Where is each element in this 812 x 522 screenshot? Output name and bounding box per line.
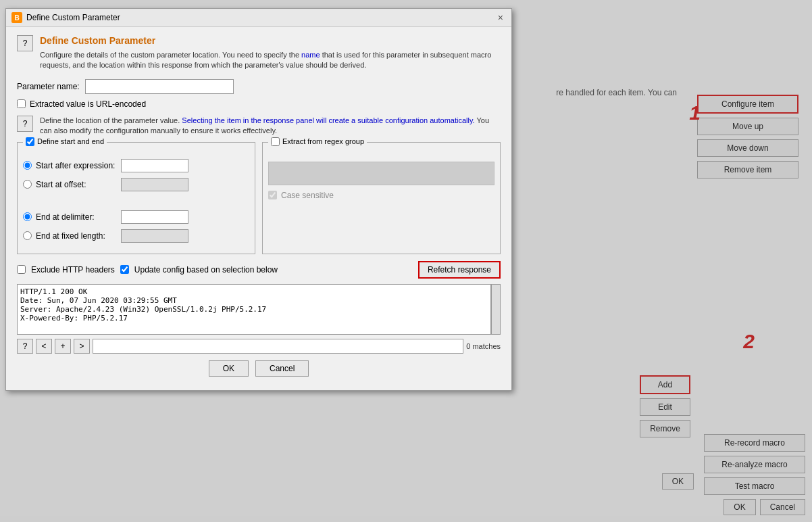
extract-regex-panel: Extract from regex group Case sensitive [262,142,501,254]
end-at-fixed-radio[interactable] [23,231,32,240]
param-name-input[interactable] [85,79,234,94]
case-sensitive-row: Case sensitive [268,191,494,200]
define-start-end-panel: Define start and end Start after express… [17,142,255,254]
url-encoded-label: Extracted value is URL-encoded [30,99,146,109]
start-at-offset-label: Start at offset: [36,180,117,189]
start-at-offset-radio[interactable] [23,180,32,189]
case-sensitive-label: Case sensitive [281,191,334,200]
dialog-cancel-button[interactable]: Cancel [255,360,309,377]
header-content: Define Custom Parameter Configure the de… [40,35,501,71]
dialog-description: Configure the details of the custom para… [40,50,501,71]
location-section: ? Define the location of the parameter v… [17,116,501,137]
response-text-area: HTTP/1.1 200 OK Date: Sun, 07 Jun 2020 0… [17,284,491,335]
define-custom-parameter-dialog: B Define Custom Parameter × ? Define Cus… [5,8,512,391]
end-at-fixed-label: End at fixed length: [36,231,117,241]
dialog-footer: OK Cancel [17,354,501,382]
toolbar-question-button[interactable]: ? [17,339,33,354]
location-highlight: Selecting the item in the response panel… [182,116,474,124]
response-line-4: X-Powered-By: PHP/5.2.17 [20,314,488,323]
start-after-input[interactable] [121,159,188,172]
start-after-label: Start after expression: [36,161,117,170]
start-at-offset-input[interactable] [121,178,188,191]
update-config-label: Update config based on selection below [134,265,278,275]
description-highlight: name [301,51,320,59]
url-encoded-row: Extracted value is URL-encoded [17,99,501,109]
end-at-delimiter-row: End at delimiter: [23,210,249,224]
bottom-toolbar: ? < + > 0 matches [17,339,501,354]
extract-regex-legend: Extract from regex group [268,137,367,146]
end-at-delimiter-radio[interactable] [23,212,32,221]
toolbar-next-button[interactable]: > [74,339,90,354]
header-help-button[interactable]: ? [17,35,33,51]
start-after-radio[interactable] [23,161,32,170]
define-start-end-legend: Define start and end [23,137,107,146]
dialog-icon-label: B [14,14,19,22]
end-at-fixed-row: End at fixed length: [23,229,249,243]
dialog-close-button[interactable]: × [495,12,506,23]
bottom-controls: Exclude HTTP headers Update config based… [17,261,501,279]
extract-regex-checkbox[interactable] [271,137,280,146]
exclude-http-checkbox[interactable] [17,265,26,274]
start-after-row: Start after expression: [23,159,249,172]
dialog-body: ? Define Custom Parameter Configure the … [6,27,511,390]
dialog-title-text: Define Custom Parameter [26,13,120,22]
define-start-end-label: Define start and end [37,137,104,145]
response-line-1: HTTP/1.1 200 OK [20,287,488,296]
response-line-3: Server: Apache/2.4.23 (Win32) OpenSSL/1.… [20,305,488,314]
end-at-delimiter-label: End at delimiter: [36,212,117,222]
parameter-name-row: Parameter name: [17,79,501,94]
config-panels: Define start and end Start after express… [17,142,501,254]
response-line-2: Date: Sun, 07 Jun 2020 03:29:55 GMT [20,296,488,305]
start-at-offset-row: Start at offset: [23,178,249,191]
update-config-checkbox[interactable] [120,265,129,274]
end-at-fixed-input[interactable] [121,229,188,243]
response-wrapper: HTTP/1.1 200 OK Date: Sun, 07 Jun 2020 0… [17,284,501,335]
extract-regex-label: Extract from regex group [282,137,364,145]
exclude-http-label: Exclude HTTP headers [31,265,115,275]
response-scrollbar[interactable] [491,284,501,335]
end-at-delimiter-input[interactable] [121,210,188,224]
dialog-header: ? Define Custom Parameter Configure the … [17,35,501,71]
dialog-titlebar: B Define Custom Parameter × [6,9,511,27]
refetch-response-button[interactable]: Refetch response [418,261,501,279]
url-encoded-checkbox[interactable] [17,99,26,108]
dialog-app-icon: B [11,12,22,23]
param-name-label: Parameter name: [17,82,80,91]
dialog-heading: Define Custom Parameter [40,35,501,46]
case-sensitive-checkbox [268,191,277,199]
regex-input-area[interactable] [268,162,494,185]
location-description: Define the location of the parameter val… [40,116,501,137]
toolbar-prev-button[interactable]: < [36,339,52,354]
location-help-button[interactable]: ? [17,116,33,132]
dialog-ok-button[interactable]: OK [209,360,249,377]
toolbar-plus-button[interactable]: + [55,339,71,354]
matches-label: 0 matches [466,342,501,350]
titlebar-left: B Define Custom Parameter [11,12,120,23]
toolbar-search-input[interactable] [93,339,463,354]
define-start-end-checkbox[interactable] [26,137,34,146]
